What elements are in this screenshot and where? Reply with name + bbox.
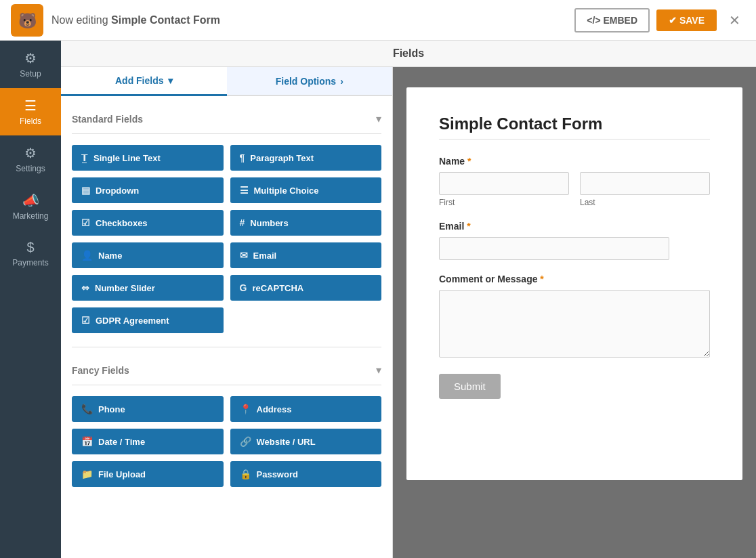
field-btn-dropdown[interactable]: ▤ Dropdown xyxy=(72,177,224,203)
standard-fields-collapse-icon: ▾ xyxy=(376,112,381,125)
close-button[interactable]: ✕ xyxy=(723,9,745,31)
sidebar-item-setup[interactable]: ⚙ Setup xyxy=(0,41,61,88)
number-slider-icon: ⇔ xyxy=(81,282,89,293)
tab-add-fields[interactable]: Add Fields ▾ xyxy=(61,67,227,96)
numbers-icon: # xyxy=(240,217,245,228)
field-btn-recaptcha[interactable]: G reCAPTCHA xyxy=(230,275,382,301)
email-required-star: * xyxy=(464,221,470,232)
tabs: Add Fields ▾ Field Options › xyxy=(61,67,392,96)
website-url-icon: 🔗 xyxy=(240,436,251,447)
comment-textarea[interactable] xyxy=(439,290,710,358)
section-separator xyxy=(72,347,381,347)
field-btn-paragraph-text[interactable]: ¶ Paragraph Text xyxy=(230,145,382,171)
dropdown-icon: ▤ xyxy=(81,185,90,196)
field-btn-date-time[interactable]: 📅 Date / Time xyxy=(72,429,224,454)
email-input[interactable] xyxy=(439,237,669,260)
form-title: Simple Contact Form xyxy=(439,114,710,133)
sidebar-label-fields: Fields xyxy=(20,116,41,126)
fancy-fields-collapse-icon: ▾ xyxy=(376,364,381,377)
website-url-label: Website / URL xyxy=(257,437,316,447)
email-field-label: Email * xyxy=(439,221,710,232)
email-icon: ✉ xyxy=(240,250,248,261)
first-name-input[interactable] xyxy=(439,172,569,195)
name-label: Name xyxy=(98,251,122,261)
sidebar-item-marketing[interactable]: 📣 Marketing xyxy=(0,183,61,230)
form-field-comment: Comment or Message * xyxy=(439,274,710,360)
fancy-fields-grid: 📞 Phone 📍 Address 📅 Date / Time 🔗 xyxy=(72,396,381,487)
payments-icon: $ xyxy=(26,240,34,255)
panel-content: Standard Fields ▾ T̲ Single Line Text ¶ … xyxy=(61,96,392,511)
multiple-choice-label: Multiple Choice xyxy=(254,186,319,196)
left-panel: Add Fields ▾ Field Options › Standard Fi… xyxy=(61,67,393,558)
sidebar-label-payments: Payments xyxy=(12,258,48,267)
tab-field-options-label: Field Options xyxy=(276,76,336,87)
fields-header: Fields xyxy=(61,41,756,67)
topbar-left: 🐻 Now editing Simple Contact Form xyxy=(11,4,220,37)
save-button[interactable]: ✔ SAVE xyxy=(656,9,717,31)
app-logo: 🐻 xyxy=(11,4,43,37)
field-btn-multiple-choice[interactable]: ☰ Multiple Choice xyxy=(230,177,382,203)
fields-icon: ☰ xyxy=(24,98,37,114)
fancy-fields-section-header[interactable]: Fancy Fields ▾ xyxy=(72,358,381,385)
last-name-input[interactable] xyxy=(580,172,710,195)
date-time-label: Date / Time xyxy=(98,437,145,447)
recaptcha-label: reCAPTCHA xyxy=(252,283,303,293)
paragraph-text-label: Paragraph Text xyxy=(250,153,314,163)
sidebar-label-settings: Settings xyxy=(16,164,45,173)
standard-fields-section-header[interactable]: Standard Fields ▾ xyxy=(72,107,381,134)
address-icon: 📍 xyxy=(240,404,251,414)
field-btn-numbers[interactable]: # Numbers xyxy=(230,210,382,236)
name-inputs: First Last xyxy=(439,172,710,207)
content-area: Fields Add Fields ▾ Field Options › xyxy=(61,41,756,558)
tab-add-fields-arrow: ▾ xyxy=(168,75,173,86)
field-btn-phone[interactable]: 📞 Phone xyxy=(72,396,224,422)
name-field-label: Name * xyxy=(439,156,710,167)
tab-field-options[interactable]: Field Options › xyxy=(227,67,393,95)
form-field-name: Name * First Last xyxy=(439,156,710,207)
topbar: 🐻 Now editing Simple Contact Form </> EM… xyxy=(0,0,756,41)
field-btn-file-upload[interactable]: 📁 File Upload xyxy=(72,461,224,487)
field-btn-password[interactable]: 🔒 Password xyxy=(230,461,382,487)
password-label: Password xyxy=(257,469,298,479)
field-btn-address[interactable]: 📍 Address xyxy=(230,396,382,422)
sidebar-label-setup: Setup xyxy=(20,69,41,79)
form-card: Simple Contact Form Name * First xyxy=(406,87,742,480)
field-btn-single-line-text[interactable]: T̲ Single Line Text xyxy=(72,145,224,171)
dropdown-label: Dropdown xyxy=(96,186,139,196)
checkboxes-icon: ☑ xyxy=(81,217,90,228)
panel-preview: Add Fields ▾ Field Options › Standard Fi… xyxy=(61,67,756,558)
sidebar-label-marketing: Marketing xyxy=(13,211,49,221)
recaptcha-icon: G xyxy=(240,282,247,293)
number-slider-label: Number Slider xyxy=(95,283,155,293)
standard-fields-grid: T̲ Single Line Text ¶ Paragraph Text ▤ D… xyxy=(72,145,381,333)
embed-button[interactable]: </> EMBED xyxy=(574,8,650,33)
address-label: Address xyxy=(257,404,292,414)
sidebar-item-settings[interactable]: ⚙ Settings xyxy=(0,135,61,183)
field-btn-gdpr[interactable]: ☑ GDPR Agreement xyxy=(72,307,224,333)
form-divider xyxy=(439,139,710,140)
last-name-wrap: Last xyxy=(580,172,710,207)
single-line-text-icon: T̲ xyxy=(81,152,88,163)
multiple-choice-icon: ☰ xyxy=(240,185,249,196)
field-btn-number-slider[interactable]: ⇔ Number Slider xyxy=(72,275,224,301)
editing-prefix: Now editing xyxy=(51,14,111,26)
form-field-email: Email * xyxy=(439,221,710,260)
field-btn-checkboxes[interactable]: ☑ Checkboxes xyxy=(72,210,224,236)
field-btn-email[interactable]: ✉ Email xyxy=(230,242,382,268)
phone-label: Phone xyxy=(98,404,125,414)
submit-button[interactable]: Submit xyxy=(439,374,501,399)
numbers-label: Numbers xyxy=(250,218,288,228)
field-btn-name[interactable]: 👤 Name xyxy=(72,242,224,268)
file-upload-label: File Upload xyxy=(98,469,146,479)
form-name: Simple Contact Form xyxy=(111,14,220,26)
comment-required-star: * xyxy=(537,274,543,284)
comment-field-label: Comment or Message * xyxy=(439,274,710,284)
date-time-icon: 📅 xyxy=(81,436,93,447)
standard-fields-title: Standard Fields xyxy=(72,114,143,125)
sidebar-item-fields[interactable]: ☰ Fields xyxy=(0,88,61,135)
sidebar-item-payments[interactable]: $ Payments xyxy=(0,230,61,277)
sidebar: ⚙ Setup ☰ Fields ⚙ Settings 📣 Marketing … xyxy=(0,41,61,558)
name-required-star: * xyxy=(465,156,471,167)
setup-icon: ⚙ xyxy=(24,50,37,66)
field-btn-website-url[interactable]: 🔗 Website / URL xyxy=(230,429,382,454)
